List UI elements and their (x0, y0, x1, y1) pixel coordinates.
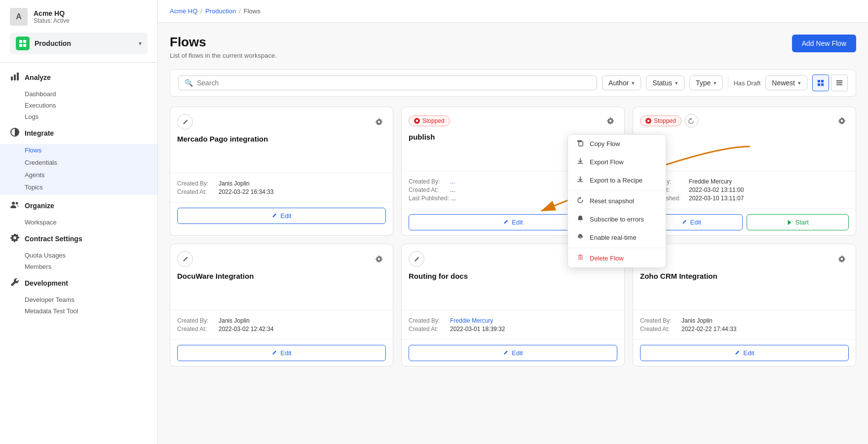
list-view-icon (836, 79, 843, 86)
svg-rect-14 (836, 80, 842, 81)
sidebar-item-quota[interactable]: Quota Usages (25, 250, 157, 261)
flow-1-created-by-label: Created By: (177, 180, 217, 187)
menu-item-copy[interactable]: Copy Flow (568, 135, 666, 153)
nav-section-organize: Organize Workspace (0, 195, 157, 228)
view-toggles (812, 74, 848, 91)
pencil-icon (414, 256, 420, 262)
flow-5-edit-button[interactable]: Edit (409, 345, 617, 361)
author-filter-label: Author (608, 79, 629, 87)
gear-icon (376, 118, 382, 125)
flow-1-edit-icon[interactable] (177, 114, 193, 130)
sidebar-item-organize[interactable]: Organize (0, 195, 157, 217)
flow-6-edit-button[interactable]: Edit (640, 345, 849, 361)
pencil-icon (182, 256, 189, 262)
flow-4-gear[interactable] (372, 252, 386, 266)
author-filter[interactable]: Author ▾ (602, 75, 641, 90)
content-area: Flows List of flows in the current works… (158, 23, 868, 444)
copy-icon (576, 140, 585, 148)
flow-1-gear[interactable] (372, 115, 386, 129)
menu-item-recipe[interactable]: Export to a Recipe (568, 171, 666, 189)
flow-5-meta: Created By: Freddie Mercury Created At: … (402, 310, 624, 339)
status-filter[interactable]: Status ▾ (646, 75, 684, 90)
svg-rect-17 (579, 142, 583, 146)
sort-label: Newest (772, 79, 795, 87)
sidebar-item-dashboard[interactable]: Dashboard (25, 88, 157, 100)
sidebar-item-flows[interactable]: Flows (25, 144, 157, 156)
svg-rect-5 (14, 74, 16, 80)
svg-rect-2 (19, 44, 22, 47)
flow-6-gear[interactable] (835, 252, 849, 266)
nav-sub-integrate: Flows Credentials Agents Topics (0, 144, 157, 195)
flow-3-start-label: Start (795, 219, 809, 226)
sidebar-nav: Analyze Dashboard Executions Logs Integr… (0, 63, 157, 444)
sidebar-item-topics[interactable]: Topics (25, 181, 157, 195)
context-menu: Copy Flow Export Flow Export to a Recipe (567, 134, 666, 268)
add-new-flow-button[interactable]: Add New Flow (792, 35, 856, 52)
sidebar-item-development[interactable]: Development (0, 272, 157, 294)
type-filter[interactable]: Type ▾ (689, 75, 723, 90)
edit-icon (271, 350, 277, 356)
grid-icon (19, 39, 27, 47)
menu-item-export[interactable]: Export Flow (568, 153, 666, 171)
sidebar-item-logs[interactable]: Logs (25, 111, 157, 122)
flow-4-name: DocuWare Integration (170, 272, 393, 310)
flow-card-4: DocuWare Integration Created By: Janis J… (170, 244, 393, 367)
flow-5-edit-icon[interactable] (409, 251, 424, 267)
menu-divider-1 (568, 190, 666, 191)
svg-point-9 (16, 202, 18, 205)
workspace-chevron-icon: ▾ (139, 40, 142, 47)
search-input[interactable] (197, 79, 591, 87)
flow-2-status-text: Stopped (422, 117, 445, 124)
flow-4-edit-button[interactable]: Edit (177, 345, 386, 361)
sidebar-item-credentials[interactable]: Credentials (25, 156, 157, 169)
flow-3-start-button[interactable]: Start (747, 214, 849, 230)
sort-chevron-icon: ▾ (798, 80, 801, 86)
sidebar-item-members[interactable]: Members (25, 261, 157, 272)
menu-item-realtime[interactable]: Enable real-time (568, 228, 666, 247)
menu-delete-label: Delete Flow (590, 255, 624, 262)
menu-item-delete[interactable]: Delete Flow (568, 249, 666, 267)
flow-card-2: Stopped publish Created By: ... Created … (401, 107, 625, 236)
grid-view-button[interactable] (812, 74, 829, 91)
sort-select[interactable]: Newest ▾ (765, 75, 807, 90)
sidebar-item-agents[interactable]: Agents (25, 169, 157, 181)
menu-realtime-label: Enable real-time (590, 234, 637, 241)
flow-3-refresh[interactable] (684, 114, 698, 128)
svg-point-8 (12, 202, 15, 205)
flow-4-actions: Edit (170, 339, 393, 366)
sidebar-item-workspace[interactable]: Workspace (25, 217, 157, 228)
flow-4-edit-icon[interactable] (177, 251, 193, 267)
flow-1-edit-button[interactable]: Edit (177, 208, 386, 224)
flow-1-created-at-label: Created At: (177, 188, 217, 195)
menu-item-subscribe[interactable]: Subscribe to errors (568, 210, 666, 228)
flow-5-edit-label: Edit (512, 349, 523, 357)
flows-grid: Mercado Pago integration Created By: Jan… (170, 107, 856, 367)
page-subtitle: List of flows in the current workspace. (170, 52, 277, 59)
flow-3-edit-label: Edit (690, 219, 701, 226)
menu-item-reset[interactable]: Reset snapshot (568, 192, 666, 210)
breadcrumb-acmehq[interactable]: Acme HQ (170, 7, 197, 15)
sidebar-item-dev-teams[interactable]: Developer Teams (25, 294, 157, 305)
menu-divider-2 (568, 248, 666, 248)
nav-section-analyze: Analyze Dashboard Executions Logs (0, 67, 157, 122)
edit-icon (503, 350, 509, 356)
sidebar-item-analyze[interactable]: Analyze (0, 67, 157, 88)
flow-2-gear[interactable] (604, 114, 617, 128)
gear-icon (838, 256, 845, 262)
page-title: Flows (170, 35, 277, 50)
brand-status: Status: Active (34, 17, 70, 24)
breadcrumb-production[interactable]: Production (205, 7, 236, 15)
sidebar-item-integrate[interactable]: Integrate (0, 122, 157, 144)
sidebar-item-executions[interactable]: Executions (25, 100, 157, 111)
sidebar-item-contract[interactable]: Contract Settings (0, 228, 157, 250)
sidebar-header: A Acme HQ Status: Active Production ▾ (0, 0, 157, 63)
nav-section-development: Development Developer Teams Metadata Tes… (0, 272, 157, 317)
page-header: Flows List of flows in the current works… (170, 35, 856, 59)
menu-reset-label: Reset snapshot (590, 197, 634, 205)
workspace-selector[interactable]: Production ▾ (10, 33, 148, 54)
menu-copy-label: Copy Flow (590, 140, 620, 148)
search-container[interactable]: 🔍 (178, 75, 597, 90)
flow-3-gear[interactable] (835, 114, 849, 128)
sidebar-item-metadata[interactable]: Metadata Test Tool (25, 305, 157, 317)
list-view-button[interactable] (831, 74, 848, 91)
